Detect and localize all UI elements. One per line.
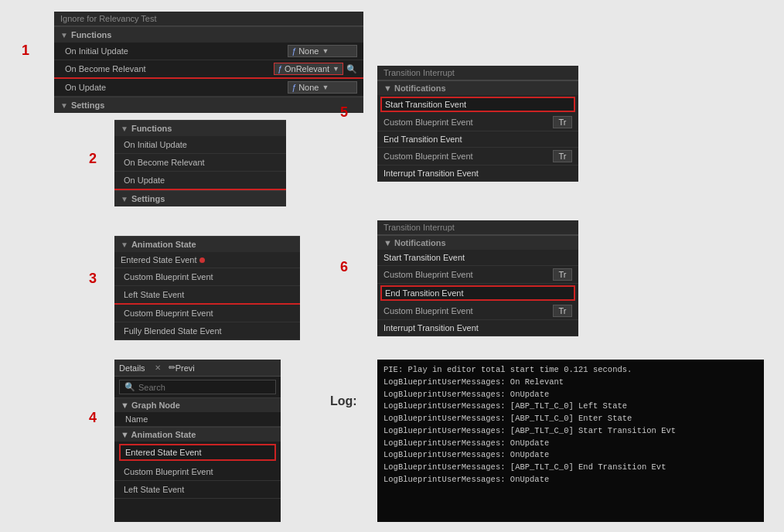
panel2-row1: On Initial Update	[114, 136, 286, 154]
log-line: LogBlueprintUserMessages: OnUpdate	[383, 474, 758, 486]
log-line: LogBlueprintUserMessages: [ABP_TLT_C_0] …	[383, 413, 758, 425]
panel3-row5: Fully Blended State Event	[114, 322, 300, 340]
panel4-left-state: Left State Event	[114, 481, 281, 499]
arrow-settings2-icon: ▼	[121, 195, 128, 203]
panel6-custom-bp-1: Custom Blueprint Event Tr	[377, 266, 578, 284]
panel4-custom-bp: Custom Blueprint Event	[114, 463, 281, 481]
panel4-graph-node: ▼ Graph Node	[114, 397, 281, 412]
log-panel: PIE: Play in editor total start time 0.1…	[377, 360, 764, 522]
panel1-row3-label: On Update	[65, 83, 288, 92]
panel1-row3-value[interactable]: ƒ None ▼	[288, 81, 357, 94]
panel5-interrupt-transition: Interrupt Transition Event	[377, 165, 578, 182]
label-6: 6	[340, 259, 348, 275]
panel5-start-transition: Start Transition Event	[380, 97, 575, 112]
red-dot	[199, 257, 205, 263]
log-label: Log:	[330, 394, 357, 408]
panel4-anim-state: ▼ Animation State	[114, 427, 281, 442]
panel5-top-bar: Transition Interrupt	[377, 66, 578, 80]
log-line: LogBlueprintUserMessages: OnUpdate	[383, 438, 758, 450]
dropdown-arrow-1[interactable]: ▼	[322, 47, 329, 55]
panel5-custom-bp-1: Custom Blueprint Event Tr	[377, 114, 578, 131]
panel5-custom-val-2: Tr	[553, 150, 572, 162]
arrow-2-icon: ▼	[121, 124, 128, 133]
panel-1: Ignore for Relevancy Test ▼ Functions On…	[54, 12, 363, 113]
label-4: 4	[89, 410, 97, 426]
panel6-end-transition: End Transition Event	[380, 285, 575, 301]
label-5: 5	[340, 104, 348, 121]
search-icon[interactable]: 🔍	[346, 64, 357, 74]
panel6-custom-bp-2: Custom Blueprint Event Tr	[377, 302, 578, 320]
panel2-functions-header: ▼ Functions	[114, 120, 286, 136]
arrow-icon: ▼	[60, 31, 68, 39]
panel1-row2-value[interactable]: ƒ OnRelevant ▼	[274, 63, 343, 75]
panel6-custom-val-2: Tr	[553, 305, 572, 317]
panel5-custom-val-1: Tr	[553, 116, 572, 128]
panel3-row4: Custom Blueprint Event	[114, 305, 300, 322]
panel-3: ▼ Animation State Entered State Event Cu…	[114, 236, 300, 340]
arrow-settings-icon: ▼	[60, 101, 68, 110]
panel6-custom-val-1: Tr	[553, 268, 572, 281]
panel1-row2-label: On Become Relevant	[65, 64, 274, 73]
arrow-3-icon: ▼	[121, 240, 128, 249]
panel4-header: Details ✕ ✏ Previ	[114, 360, 281, 377]
panel1-row1: On Initial Update ƒ None ▼	[54, 43, 363, 60]
panel-5: Transition Interrupt ▼ Notifications Sta…	[377, 66, 578, 182]
panel4-name-row: Name	[114, 412, 281, 427]
panel-6: Transition Interrupt ▼ Notifications Sta…	[377, 220, 578, 336]
dropdown-arrow-3[interactable]: ▼	[322, 84, 329, 91]
label-3: 3	[89, 271, 97, 287]
close-icon[interactable]: ✕	[155, 363, 161, 372]
search-input[interactable]	[138, 383, 271, 392]
f-icon-2: ƒ	[278, 64, 282, 73]
panel1-row2: On Become Relevant ƒ OnRelevant ▼ 🔍	[54, 60, 363, 79]
panel1-settings-header: ▼ Settings	[54, 97, 363, 113]
panel2-row2: On Become Relevant	[114, 154, 286, 172]
panel3-row3: Left State Event	[114, 286, 300, 305]
panel3-row1: Entered State Event	[114, 252, 300, 268]
panel1-row1-label: On Initial Update	[65, 46, 288, 56]
details-tab[interactable]: Details	[119, 363, 145, 373]
panel6-notifications: ▼ Notifications	[377, 235, 578, 250]
preview-icon: ✏	[169, 363, 176, 373]
log-line: LogBlueprintUserMessages: [ABP_TLT_C_0] …	[383, 425, 758, 438]
log-line: PIE: Play in editor total start time 0.1…	[383, 364, 758, 377]
panel3-anim-header: ▼ Animation State	[114, 236, 300, 252]
label-2: 2	[89, 151, 97, 167]
log-line: LogBlueprintUserMessages: [ABP_TLT_C_0] …	[383, 401, 758, 413]
f-icon-3: ƒ	[291, 83, 296, 92]
panel6-start-transition: Start Transition Event	[377, 250, 578, 266]
panel1-top-bar: Ignore for Relevancy Test	[54, 12, 363, 26]
log-line: LogBlueprintUserMessages: On Relevant	[383, 377, 758, 389]
panel1-functions-header: ▼ Functions	[54, 26, 363, 43]
panel1-row1-value[interactable]: ƒ None ▼	[288, 45, 357, 57]
panel5-notifications: ▼ Notifications	[377, 80, 578, 95]
panel4-entered-state[interactable]: Entered State Event	[119, 444, 276, 461]
panel3-row2: Custom Blueprint Event	[114, 268, 300, 286]
dropdown-arrow-2[interactable]: ▼	[332, 65, 339, 73]
panel-2: ▼ Functions On Initial Update On Become …	[114, 120, 286, 206]
panel6-interrupt-transition: Interrupt Transition Event	[377, 320, 578, 336]
label-1: 1	[22, 43, 29, 59]
panel6-top-bar: Transition Interrupt	[377, 220, 578, 235]
panel1-row3: On Update ƒ None ▼	[54, 79, 363, 97]
f-icon-1: ƒ	[291, 46, 296, 56]
panel2-settings-header: ▼ Settings	[114, 190, 286, 206]
panel-4: Details ✕ ✏ Previ 🔍 ▼ Graph Node Name ▼ …	[114, 360, 281, 522]
panel2-row3: On Update	[114, 172, 286, 190]
log-line: LogBlueprintUserMessages: [ABP_TLT_C_0] …	[383, 462, 758, 474]
panel5-custom-bp-2: Custom Blueprint Event Tr	[377, 148, 578, 165]
log-line: LogBlueprintUserMessages: OnUpdate	[383, 449, 758, 462]
panel4-search[interactable]: 🔍	[119, 380, 276, 394]
log-line: LogBlueprintUserMessages: OnUpdate	[383, 389, 758, 401]
panel5-end-transition: End Transition Event	[377, 131, 578, 148]
search-icon-4: 🔍	[124, 382, 135, 392]
page-container: 1 Ignore for Relevancy Test ▼ Functions …	[0, 0, 784, 532]
